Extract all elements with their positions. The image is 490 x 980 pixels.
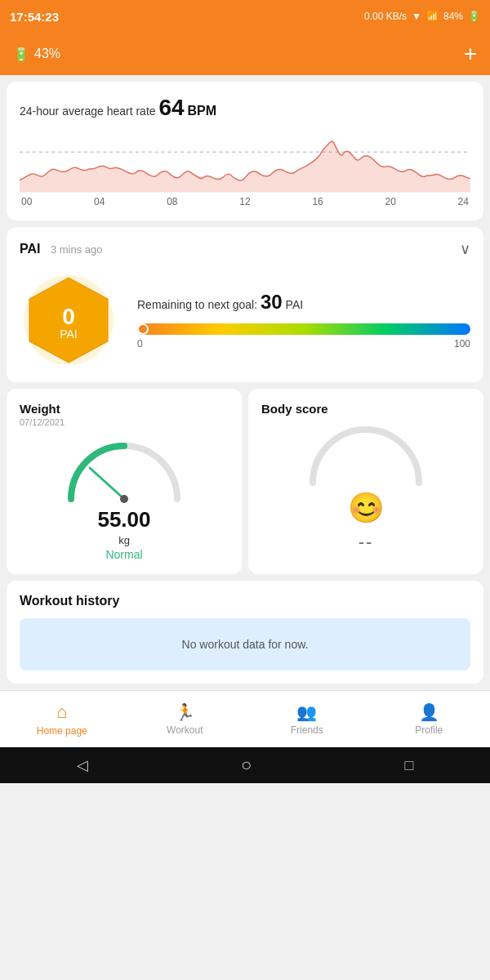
battery-percent: 84% xyxy=(443,11,463,22)
pai-header: PAI 3 mins ago ∨ xyxy=(20,240,470,258)
chart-time-labels: 00 04 08 12 16 20 24 xyxy=(20,196,470,207)
heart-rate-unit: BPM xyxy=(188,104,217,118)
back-button[interactable]: ◁ xyxy=(77,756,88,774)
friends-icon: 👥 xyxy=(296,702,317,722)
pai-chevron-icon[interactable]: ∨ xyxy=(460,240,470,258)
status-time: 17:54:23 xyxy=(10,10,59,24)
pai-progress-labels: 0 100 xyxy=(137,338,470,350)
chart-label-24: 24 xyxy=(458,196,469,207)
pai-progress-bar xyxy=(137,323,470,335)
weight-title: Weight xyxy=(20,402,229,416)
pai-card: PAI 3 mins ago ∨ 0 PAI Remaining xyxy=(7,227,483,382)
chart-label-20: 20 xyxy=(385,196,395,207)
recent-button[interactable]: □ xyxy=(404,757,413,774)
no-workout-message: No workout data for now. xyxy=(20,618,470,670)
pai-title: PAI xyxy=(20,242,40,256)
home-icon: ⌂ xyxy=(56,702,67,723)
pai-info: Remaining to next goal: 30 PAI 0 100 xyxy=(137,291,470,350)
svg-point-6 xyxy=(120,495,128,503)
pai-time-ago: 3 mins ago xyxy=(51,243,103,256)
weight-gauge xyxy=(20,434,229,507)
heart-rate-value: 64 xyxy=(158,95,184,120)
svg-line-5 xyxy=(90,468,124,499)
nav-item-profile[interactable]: 👤 Profile xyxy=(404,702,453,736)
weight-unit: kg xyxy=(20,534,229,546)
body-score-value: -- xyxy=(261,532,470,553)
device-battery-percent: 43% xyxy=(34,47,60,61)
android-nav-bar: ◁ ○ □ xyxy=(0,747,490,783)
nav-item-workout[interactable]: 🏃 Workout xyxy=(160,702,209,736)
heart-rate-card: 24-hour average heart rate 64 BPM 00 04 … xyxy=(7,82,483,220)
main-content: 24-hour average heart rate 64 BPM 00 04 … xyxy=(0,75,490,690)
pai-hexagon: 0 PAI xyxy=(20,271,118,369)
nav-item-home[interactable]: ⌂ Home page xyxy=(37,702,87,737)
svg-text:0: 0 xyxy=(62,304,75,329)
profile-icon: 👤 xyxy=(419,702,439,722)
status-right-icons: 0.00 KB/s ▼ 📶 84% 🔋 xyxy=(364,11,480,22)
body-score-title: Body score xyxy=(261,402,470,416)
data-speed: 0.00 KB/s xyxy=(364,11,407,22)
pai-goal-text: Remaining to next goal: 30 PAI xyxy=(137,291,470,314)
signal-icon: ▼ xyxy=(412,11,421,22)
wifi-icon: 📶 xyxy=(426,11,439,22)
body-score-emoji: 😊 xyxy=(261,491,470,525)
chart-label-00: 00 xyxy=(21,196,32,207)
body-score-card: Body score 😊 -- xyxy=(248,389,483,574)
workout-history-title: Workout history xyxy=(20,594,470,608)
pai-progress-min: 0 xyxy=(137,338,143,350)
svg-text:PAI: PAI xyxy=(60,327,78,341)
nav-label-profile: Profile xyxy=(415,724,443,736)
weight-card: Weight 07/12/2021 55.00 kg Normal xyxy=(7,389,242,574)
pai-body: 0 PAI Remaining to next goal: 30 PAI 0 1… xyxy=(20,271,470,369)
battery-icon: 🔋 xyxy=(468,11,480,22)
heart-rate-chart xyxy=(20,127,470,193)
pai-goal-value: 30 xyxy=(261,291,283,313)
weight-value: 55.00 xyxy=(20,507,229,532)
nav-label-workout: Workout xyxy=(167,724,203,736)
weight-status: Normal xyxy=(20,548,229,561)
app-header: 🔋 43% + xyxy=(0,33,490,75)
add-button[interactable]: + xyxy=(464,41,477,67)
pai-progress-max: 100 xyxy=(454,338,470,350)
nav-label-friends: Friends xyxy=(291,724,323,736)
device-battery-icon: 🔋 xyxy=(13,47,29,62)
chart-label-04: 04 xyxy=(94,196,105,207)
weight-date: 07/12/2021 xyxy=(20,417,229,427)
device-battery-info: 🔋 43% xyxy=(13,47,60,62)
chart-label-12: 12 xyxy=(239,196,250,207)
pai-progress-dot xyxy=(137,323,149,335)
chart-label-08: 08 xyxy=(167,196,177,207)
nav-item-friends[interactable]: 👥 Friends xyxy=(283,702,332,736)
heart-rate-label-prefix: 24-hour average heart rate xyxy=(20,105,156,118)
pai-title-group: PAI 3 mins ago xyxy=(20,242,103,256)
status-bar: 17:54:23 0.00 KB/s ▼ 📶 84% 🔋 xyxy=(0,0,490,33)
bottom-nav: ⌂ Home page 🏃 Workout 👥 Friends 👤 Profil… xyxy=(0,690,490,747)
heart-rate-title: 24-hour average heart rate 64 BPM xyxy=(20,95,470,121)
chart-label-16: 16 xyxy=(312,196,323,207)
home-button[interactable]: ○ xyxy=(241,755,252,776)
workout-history-card: Workout history No workout data for now. xyxy=(7,581,483,684)
weight-body-row: Weight 07/12/2021 55.00 kg Normal Body s… xyxy=(7,389,483,574)
workout-icon: 🏃 xyxy=(175,702,195,722)
pai-goal-unit: PAI xyxy=(286,298,304,311)
nav-label-home: Home page xyxy=(37,725,87,737)
body-score-gauge xyxy=(261,417,470,491)
